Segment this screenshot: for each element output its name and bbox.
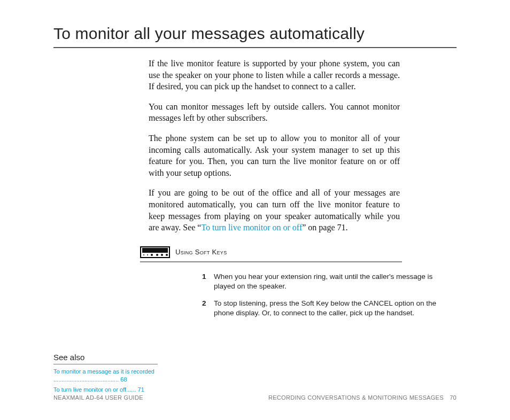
soft-keys-section: Using Soft Keys 1 When you hear your ext… [140,246,402,318]
page-number: 70 [450,394,457,401]
document-page: To monitor all your messages automatical… [0,0,510,420]
see-also-label: To turn live monitor on or off [53,386,126,393]
footer-right: RECORDING CONVERSATIONS & MONITORING MES… [268,394,457,401]
leader-dots: ...... [126,386,136,393]
paragraph: The phone system can be set up to allow … [149,133,400,178]
see-also-link[interactable]: To monitor a message as it is recorded .… [53,368,158,384]
leader-dots: ........................................ [53,376,119,383]
body-column: If the live monitor feature is supported… [149,58,400,234]
section-rule [140,261,402,262]
steps-list: 1 When you hear your extension ring, wai… [202,272,437,318]
phone-display-icon [140,246,170,258]
see-also-link[interactable]: To turn live monitor on or off...... 71 [53,386,158,394]
see-also-rule [53,364,158,364]
see-also-heading: See also [53,353,158,362]
title-rule [53,47,457,48]
footer-section: RECORDING CONVERSATIONS & MONITORING MES… [268,394,444,401]
step-text: When you hear your extension ring, wait … [214,273,432,290]
page-footer: NEAXMAIL AD-64 USER GUIDE RECORDING CONV… [53,394,457,401]
step-text: To stop listening, press the Soft Key be… [214,299,436,317]
see-also-page: 68 [120,376,127,383]
footer-left: NEAXMAIL AD-64 USER GUIDE [53,394,143,401]
list-item: 1 When you hear your extension ring, wai… [202,272,437,291]
step-number: 1 [202,272,206,282]
see-also-label: To monitor a message as it is recorded [53,368,154,375]
paragraph: You can monitor messages left by outside… [149,101,400,124]
paragraph: If the live monitor feature is supported… [149,58,400,92]
soft-keys-header: Using Soft Keys [140,246,402,258]
see-also-block: See also To monitor a message as it is r… [53,353,158,396]
paragraph: If you are going to be out of the office… [149,187,400,233]
soft-keys-label: Using Soft Keys [175,248,227,256]
page-title: To monitor all your messages automatical… [53,25,457,43]
cross-ref-link[interactable]: To turn live monitor on or off [201,223,302,232]
list-item: 2 To stop listening, press the Soft Key … [202,299,437,318]
step-number: 2 [202,299,206,308]
paragraph-text: ” on page 71. [302,223,347,232]
see-also-page: 71 [138,386,144,393]
